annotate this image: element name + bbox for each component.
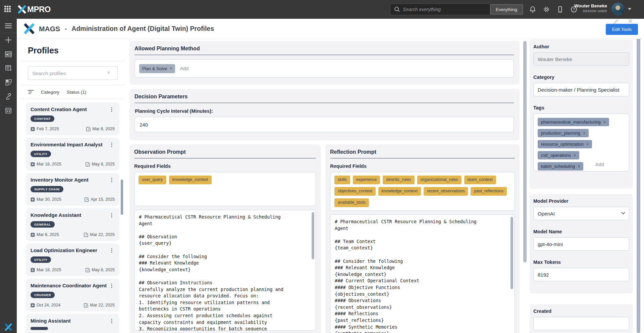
required-fields-label: Required Fields [330,163,515,169]
kebab-menu-icon[interactable]: ⋮ [109,212,115,218]
planning-method-section: Allowed Planning Method Plan & Solve × A… [129,41,520,85]
app-name: MAGS [39,25,60,33]
created-card: Created [530,304,633,333]
link-icon[interactable] [0,89,17,103]
reflection-required-fields[interactable]: skillsexperiencedeontic_rulesorganizatio… [330,172,515,211]
avatar[interactable] [611,3,625,16]
profile-card[interactable]: Environmental Impact Analyst ⋮ UTILITY M… [26,138,119,171]
tag-label: cstr_operations [541,153,571,158]
edit-icon [85,197,89,202]
created-icon [31,127,35,131]
kebab-menu-icon[interactable]: ⋮ [109,177,115,183]
edit-icon [86,162,90,166]
edit-tools-button[interactable]: Edit Tools [606,24,638,35]
profile-card[interactable]: Knowledge Assistant ⋮ GENERAL Mar 6, 202… [26,208,119,241]
logo-text: MPRO [27,5,51,14]
profiles-scrollbar[interactable] [121,180,123,215]
created-date: Mar 6, 2025 [37,232,59,237]
xmpro-logo[interactable]: MPRO [17,5,51,14]
section-title: Observation Prompt [134,149,316,158]
forms-icon[interactable] [0,61,17,75]
xmpro-footer-logo[interactable] [4,323,12,331]
created-icon [31,233,35,237]
clear-icon[interactable]: × [107,69,110,75]
global-search[interactable]: Search everything Everything [390,4,524,15]
remove-method-icon[interactable]: × [170,67,172,70]
left-nav-rail [0,19,17,333]
created-label: Created [533,308,629,314]
add-method-placeholder[interactable]: Add [180,66,189,71]
caret-down-icon[interactable] [628,8,631,10]
scrollbar-thumb[interactable] [511,217,513,289]
bell-icon[interactable] [529,6,536,13]
kebab-menu-icon[interactable]: ⋮ [109,247,115,253]
profiles-search[interactable]: × [28,66,119,80]
profile-name: Content Creation Agent [31,106,109,112]
add-tag-placeholder[interactable]: Add [595,162,604,167]
observation-required-fields[interactable]: user_queryknowledge_context [134,172,316,206]
profile-name: Inventory Monitor Agent [31,177,109,183]
category-badge [31,327,48,330]
category-field[interactable]: Decision-maker / Planning Specialist [533,83,629,96]
remove-tag-icon[interactable]: × [586,143,589,146]
interval-input[interactable]: 240 [135,117,514,132]
dashboards-icon[interactable] [0,47,17,61]
gear-icon[interactable] [543,6,550,13]
filter-icon[interactable] [28,90,34,94]
calculator-icon[interactable] [0,103,17,117]
details-scrollbar[interactable] [637,38,640,333]
kebab-menu-icon[interactable]: ⋮ [109,106,115,112]
filter-status[interactable]: Status (1) [67,90,87,95]
model-name-field[interactable]: gpt-4o-mini [533,237,629,251]
kebab-menu-icon[interactable]: ⋮ [109,142,115,148]
observation-prompt-editor[interactable]: # Pharmaceutical CSTR Resource Planning … [134,210,316,331]
required-field-tag: deontic_rules [383,176,414,184]
required-field-tag: knowledge_context [378,187,421,196]
created-date: Mar 18, 2025 [37,162,61,166]
filter-category[interactable]: Category [41,90,59,95]
tag-label: production_planning [541,131,580,136]
profile-card[interactable]: Mining Assistant ⋮ [26,314,119,333]
remove-tag-icon[interactable]: × [583,132,585,135]
tags-input[interactable]: pharmaceutical_manufacturing × productio… [533,113,629,172]
model-provider-select[interactable]: OpenAI [533,207,629,220]
profile-card[interactable]: Inventory Monitor Agent ⋮ SUPPLY CHAIN M… [26,173,119,206]
category-badge: GENERAL [31,221,55,228]
profile-card[interactable]: Maintenance Coordinator Agent ⋮ CRUSHER … [26,279,119,312]
remove-tag-icon[interactable]: × [603,121,606,124]
required-field-tag: objectives_context [334,187,376,196]
remove-tag-icon[interactable]: × [578,165,580,168]
profile-card[interactable]: Content Creation Agent ⋮ CONTENT Feb 7, … [26,102,119,135]
profile-meta-card: Author Wouter Beneke Category Decision-m… [530,40,633,189]
user-menu[interactable]: Wouter Beneke DESIGN USER [574,3,607,13]
mobile-icon[interactable] [556,6,564,13]
profile-name: Maintenance Coordinator Agent [31,283,109,289]
modified-date: Mar 22, 2025 [90,303,115,307]
pencil-icon[interactable] [613,19,619,24]
remove-tag-icon[interactable]: × [574,154,576,157]
edit-icon [86,268,90,272]
observation-prompt-section: Observation Prompt Required Fields user_… [129,144,321,333]
max-tokens-label: Max Tokens [533,259,629,265]
profile-card[interactable]: Load Optimization Engineer ⋮ UTILITY Mar… [26,243,119,276]
blocks-icon[interactable] [0,75,17,89]
search-profiles-input[interactable] [28,66,118,80]
kebab-menu-icon[interactable]: ⋮ [109,318,115,324]
required-field-tag: skills [334,176,350,184]
scrollbar-thumb[interactable] [312,212,314,259]
category-badge: CRUSHER [31,292,55,298]
profile-dates: Mar 18, 2025 May 8, 2025 [31,162,115,166]
main-scrollbar[interactable] [523,41,527,263]
search-placeholder[interactable]: Search everything [403,7,490,12]
reflection-prompt-editor[interactable]: # Pharmaceutical CSTR Resource Planning … [330,215,515,333]
apps-grid-icon[interactable] [4,6,12,13]
category-label: Category [533,75,629,80]
search-scope-button[interactable]: Everything [490,4,523,14]
section-title: Decision Parameters [135,94,514,103]
kebab-menu-icon[interactable]: ⋮ [109,283,115,289]
add-new-icon[interactable] [0,33,17,47]
planning-method-input[interactable]: Plan & Solve × Add [135,59,514,78]
hamburger-menu-icon[interactable] [0,19,17,33]
divider [20,61,125,61]
max-tokens-field[interactable]: 8192 [533,268,629,281]
